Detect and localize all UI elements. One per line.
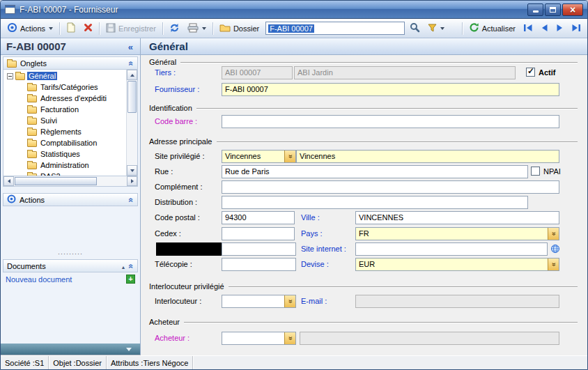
nav-first-button[interactable] <box>520 22 536 35</box>
new-document-link[interactable]: Nouveau document <box>6 275 72 284</box>
code-barre-field[interactable] <box>222 115 559 128</box>
distribution-field[interactable] <box>222 196 528 209</box>
tree-item-label: Adresses d'expéditi <box>39 94 108 102</box>
tree-item[interactable]: Comptabilisation <box>3 137 126 148</box>
pays-combo[interactable]: FR <box>355 227 559 240</box>
onglets-panel-header[interactable]: Onglets <box>3 56 138 70</box>
close-button[interactable] <box>562 3 583 16</box>
group-general: Général <box>149 58 578 66</box>
code-postal-label: Code postal : <box>155 213 200 222</box>
row-fournisseur: Fournisseur : F-ABI 00007 <box>155 83 575 97</box>
tree-item[interactable]: Suivi <box>3 115 126 126</box>
acheteur-combo[interactable] <box>222 332 296 345</box>
ville-field[interactable]: VINCENNES <box>355 211 559 224</box>
actif-checkbox[interactable] <box>526 68 535 77</box>
code-postal-field[interactable]: 94300 <box>222 211 295 224</box>
site-privilegie-name-field[interactable]: Vincennes <box>296 150 559 163</box>
scroll-thumb[interactable] <box>127 81 137 113</box>
site-privilegie-combo[interactable]: Vincennes <box>222 150 296 163</box>
tree-vertical-scrollbar[interactable] <box>126 70 137 176</box>
collapse-onglets-icon[interactable] <box>127 61 137 65</box>
nav-previous-button[interactable] <box>538 22 551 35</box>
collapse-sidebar-icon[interactable] <box>128 40 133 53</box>
delete-button[interactable] <box>81 22 95 35</box>
interlocuteur-label: Interlocuteur : <box>155 297 201 305</box>
tree-item-label: Suivi <box>39 116 59 125</box>
scroll-right-button[interactable] <box>127 176 137 186</box>
pin-up-icon[interactable] <box>121 262 125 270</box>
reload-button[interactable] <box>167 22 183 36</box>
nav-last-icon <box>571 24 581 33</box>
tree-horizontal-scrollbar[interactable] <box>3 176 138 187</box>
refresh-button[interactable]: Actualiser <box>466 21 518 36</box>
tree-item[interactable]: DAS2 <box>3 171 126 176</box>
acheteur-label: Acheteur : <box>155 334 189 342</box>
minimize-button[interactable] <box>527 3 543 16</box>
nav-next-button[interactable] <box>553 22 566 35</box>
panel-drag-handle[interactable] <box>1 249 140 258</box>
combo-dropdown-icon[interactable] <box>548 259 559 270</box>
actions-panel-header[interactable]: Actions <box>3 193 138 206</box>
telephone-field[interactable] <box>222 242 296 256</box>
scroll-down-button[interactable] <box>127 165 137 176</box>
tree-item[interactable]: Facturation <box>3 104 126 115</box>
devise-combo[interactable]: EUR <box>355 258 559 271</box>
sidebar-footer[interactable] <box>1 344 140 355</box>
email-field <box>355 295 559 308</box>
site-internet-field[interactable] <box>355 242 548 256</box>
tree-item[interactable]: Statistiques <box>3 148 126 160</box>
documents-panel-header[interactable]: Documents <box>3 259 138 272</box>
status-societe: Société :S1 <box>1 356 49 369</box>
group-interlocuteur: Interlocuteur privilégié <box>149 282 578 291</box>
actions-menu-button[interactable]: Actions <box>4 21 56 36</box>
tree-item[interactable]: Adresses d'expéditi <box>3 93 126 104</box>
combo-dropdown-icon[interactable] <box>548 228 559 240</box>
fournisseur-field[interactable]: F-ABI 00007 <box>222 83 559 96</box>
filter-button[interactable] <box>425 22 447 35</box>
cedex-field[interactable] <box>222 227 295 240</box>
record-search-input[interactable]: F-ABI 00007 <box>265 22 405 35</box>
row-code-postal: Code postal : 94300 Ville : VINCENNES <box>155 211 575 225</box>
new-record-button[interactable] <box>63 21 79 36</box>
open-website-button[interactable] <box>549 243 561 255</box>
tree-item[interactable]: Général <box>3 70 126 82</box>
collapse-actions-icon[interactable] <box>127 197 137 202</box>
dossier-button[interactable]: Dossier <box>217 22 262 35</box>
actif-label: Actif <box>539 68 555 77</box>
complement-field[interactable] <box>222 180 559 194</box>
expand-down-icon <box>126 348 132 351</box>
tree-item[interactable]: Règlements <box>3 126 126 137</box>
row-telecopie: Télécopie : Devise : EUR <box>155 258 575 272</box>
expander-icon[interactable] <box>7 73 13 79</box>
tree-item[interactable]: Administration <box>3 160 126 171</box>
tree-item-label: Facturation <box>39 105 80 114</box>
scroll-up-button[interactable] <box>127 70 137 80</box>
combo-dropdown-icon[interactable] <box>284 295 295 307</box>
maximize-button[interactable] <box>545 3 561 16</box>
print-button[interactable] <box>185 22 209 36</box>
search-button[interactable] <box>407 21 423 36</box>
site-internet-label: Site internet : <box>301 245 346 253</box>
nav-last-button[interactable] <box>568 22 584 35</box>
collapse-documents-icon[interactable] <box>127 263 137 268</box>
status-objet: Objet :Dossier <box>49 356 107 369</box>
npai-checkbox[interactable] <box>531 167 540 176</box>
acheteur-name-field <box>300 332 559 345</box>
separator <box>162 22 163 35</box>
group-acheteur-label: Acheteur <box>149 318 180 326</box>
tree-item-label: Comptabilisation <box>39 139 98 147</box>
telecopie-field[interactable] <box>222 258 296 271</box>
scroll-thumb[interactable] <box>15 177 97 185</box>
pays-label: Pays : <box>301 229 323 238</box>
tree-item-label: Statistiques <box>39 150 82 158</box>
add-document-button[interactable] <box>126 275 135 284</box>
scroll-left-button[interactable] <box>3 176 14 186</box>
save-button[interactable]: Enregistrer <box>103 22 159 36</box>
devise-value: EUR <box>359 260 375 268</box>
site-privilegie-label: Site privilégié : <box>155 152 205 160</box>
combo-dropdown-icon[interactable] <box>284 151 295 162</box>
interlocuteur-combo[interactable] <box>222 295 296 308</box>
rue-field[interactable]: Rue de Paris <box>222 165 528 178</box>
tree-item[interactable]: Tarifs/Catégories <box>3 82 126 93</box>
combo-dropdown-icon[interactable] <box>284 332 295 344</box>
